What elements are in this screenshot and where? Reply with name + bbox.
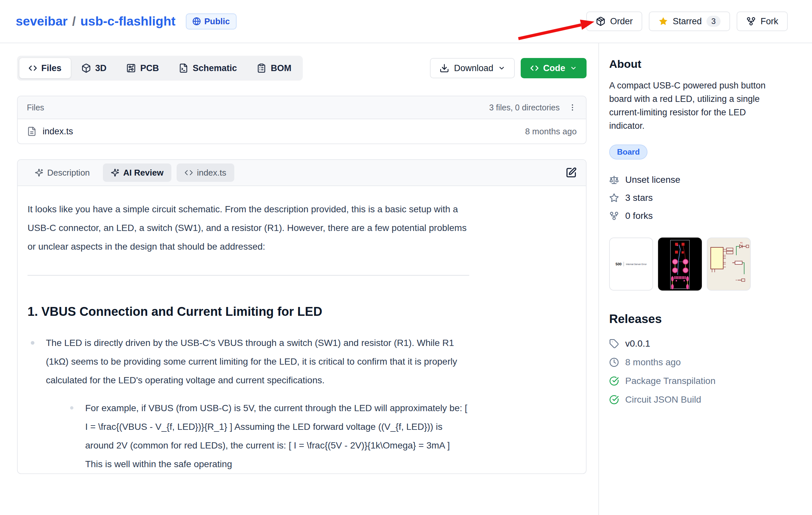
svg-text:R1: R1 [740, 242, 743, 244]
code-icon [29, 64, 37, 72]
stars-row[interactable]: 3 stars [609, 193, 786, 203]
file-icon [27, 126, 37, 136]
preview-thumbnails: 500 Internal Server Error [609, 238, 786, 291]
cube-icon [81, 63, 91, 73]
bullet-list: The LED is directly driven by the USB-C'… [28, 334, 469, 474]
about-line: A compact USB-C powered push button [609, 79, 786, 92]
pcb-preview-image [659, 238, 701, 290]
preview-error: 500 Internal Server Error [610, 238, 652, 290]
release-list: v0.0.1 8 months ago Package Transpilatio… [609, 338, 786, 405]
chevron-down-icon [570, 64, 577, 72]
check-circle-icon [609, 395, 619, 404]
tab-pcb-label: PCB [140, 63, 159, 73]
clipboard-icon [257, 63, 266, 73]
list-item: For example, if VBUS (from USB-C) is 5V,… [67, 399, 469, 474]
edit-button[interactable] [566, 167, 577, 178]
star-outline-icon [609, 193, 619, 203]
circuit-board-icon [126, 63, 136, 73]
nested-bullet-list: For example, if VBUS (from USB-C) is 5V,… [46, 399, 469, 474]
files-card-header: Files 3 files, 0 directories [18, 96, 586, 119]
files-card: Files 3 files, 0 directories [17, 96, 586, 144]
page-layout: Files 3D PCB [0, 43, 812, 515]
board-tag-badge[interactable]: Board [609, 145, 647, 159]
fork-button[interactable]: Fork [736, 11, 788, 31]
files-header-label: Files [27, 103, 44, 112]
star-count-badge: 3 [706, 16, 721, 27]
about-line: indicator. [609, 119, 786, 133]
tab-index-ts[interactable]: index.ts [177, 163, 234, 182]
tab-bom[interactable]: BOM [248, 58, 300, 78]
release-version-row[interactable]: v0.0.1 [609, 338, 786, 349]
about-title: About [609, 58, 786, 70]
starred-label: Starred [673, 17, 702, 27]
release-check-circuit-json[interactable]: Circuit JSON Build [609, 394, 786, 405]
release-check-label: Package Transpilation [625, 376, 716, 386]
header-actions: Order Starred 3 Fork [586, 11, 788, 31]
kebab-menu-icon[interactable] [568, 103, 577, 112]
owner-link[interactable]: seveibar [16, 14, 67, 29]
starred-button[interactable]: Starred 3 [649, 11, 730, 31]
tab-schematic[interactable]: Schematic [169, 58, 246, 78]
intro-paragraph: It looks like you have a simple circuit … [28, 200, 469, 256]
download-label: Download [454, 63, 493, 73]
schematic-preview-thumbnail[interactable]: R1 [707, 238, 751, 291]
file-row[interactable]: index.ts 8 months ago [18, 119, 586, 144]
globe-icon [192, 17, 201, 26]
viewer-content: It looks like you have a simple circuit … [18, 186, 586, 474]
tab-3d[interactable]: 3D [72, 58, 116, 78]
viewer-tabs: Description AI Review [27, 163, 234, 182]
download-button[interactable]: Download [430, 58, 515, 78]
visibility-badge: Public [186, 13, 236, 29]
code-button[interactable]: Code [521, 58, 587, 78]
release-version: v0.0.1 [625, 338, 650, 349]
package-icon [596, 17, 606, 26]
list-item: The LED is directly driven by the USB-C'… [28, 334, 469, 474]
order-button[interactable]: Order [586, 11, 642, 31]
visibility-label: Public [204, 17, 230, 27]
about-description: A compact USB-C powered push button boar… [609, 79, 786, 133]
tab-pcb[interactable]: PCB [117, 58, 168, 78]
releases-title: Releases [609, 312, 786, 326]
forks-label: 0 forks [625, 211, 653, 221]
order-label: Order [610, 17, 633, 27]
bullet-1-text: The LED is directly driven by the USB-C'… [46, 338, 457, 385]
tab-bom-label: BOM [271, 63, 291, 73]
markdown-content: It looks like you have a simple circuit … [28, 200, 469, 474]
file-row-left: index.ts [27, 126, 73, 137]
file-terminal-icon [179, 63, 188, 73]
preview-error-divider [624, 262, 624, 266]
license-label: Unset license [625, 175, 680, 185]
repo-page: seveibar / usb-c-flashlight Public Order [0, 0, 812, 515]
viewer-card-header: Description AI Review [18, 160, 586, 186]
files-summary: 3 files, 0 directories [489, 103, 560, 112]
tab-description[interactable]: Description [27, 163, 98, 182]
repo-header: seveibar / usb-c-flashlight Public Order [0, 0, 812, 43]
repo-meta-list: Unset license 3 stars 0 forks [609, 175, 786, 221]
release-check-transpilation[interactable]: Package Transpilation [609, 376, 786, 386]
fork-label: Fork [760, 17, 778, 27]
red-annotation-arrow [516, 18, 597, 42]
license-row[interactable]: Unset license [609, 175, 786, 185]
breadcrumb-separator: / [72, 14, 76, 29]
edit-icon [566, 167, 577, 178]
code-label: Code [543, 63, 566, 73]
files-header-right: 3 files, 0 directories [489, 103, 577, 112]
release-check-label: Circuit JSON Build [625, 394, 701, 405]
release-date-row: 8 months ago [609, 357, 786, 368]
stars-label: 3 stars [625, 193, 653, 203]
download-icon [439, 63, 449, 73]
sidebar: About A compact USB-C powered push butto… [598, 43, 812, 515]
pcb-preview-thumbnail[interactable] [658, 238, 702, 291]
forks-row[interactable]: 0 forks [609, 211, 786, 221]
scale-icon [609, 175, 619, 185]
tab-files[interactable]: Files [19, 58, 71, 78]
file-name: index.ts [42, 126, 73, 137]
chevron-down-icon [498, 64, 505, 72]
divider [28, 275, 469, 276]
view-tabs: Files 3D PCB [17, 56, 303, 81]
3d-preview-thumbnail[interactable]: 500 Internal Server Error [609, 238, 653, 291]
tab-ai-review[interactable]: AI Review [103, 163, 171, 182]
repo-link[interactable]: usb-c-flashlight [80, 14, 175, 29]
release-date: 8 months ago [625, 357, 681, 368]
breadcrumb: seveibar / usb-c-flashlight Public [16, 13, 237, 29]
